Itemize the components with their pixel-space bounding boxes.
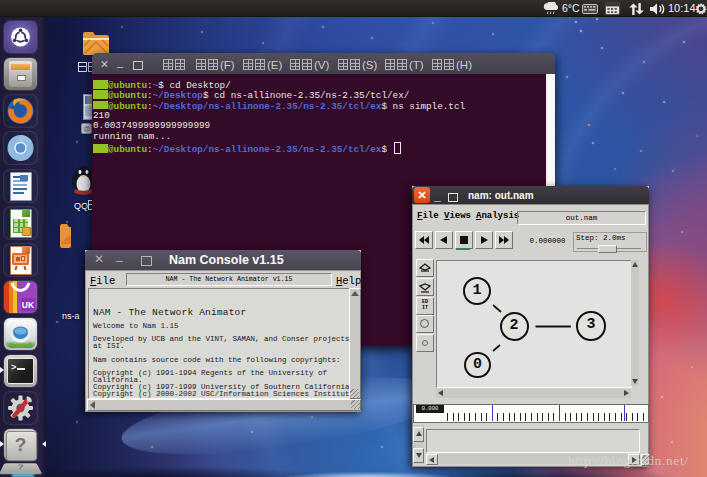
svg-text:UK: UK — [22, 300, 35, 310]
